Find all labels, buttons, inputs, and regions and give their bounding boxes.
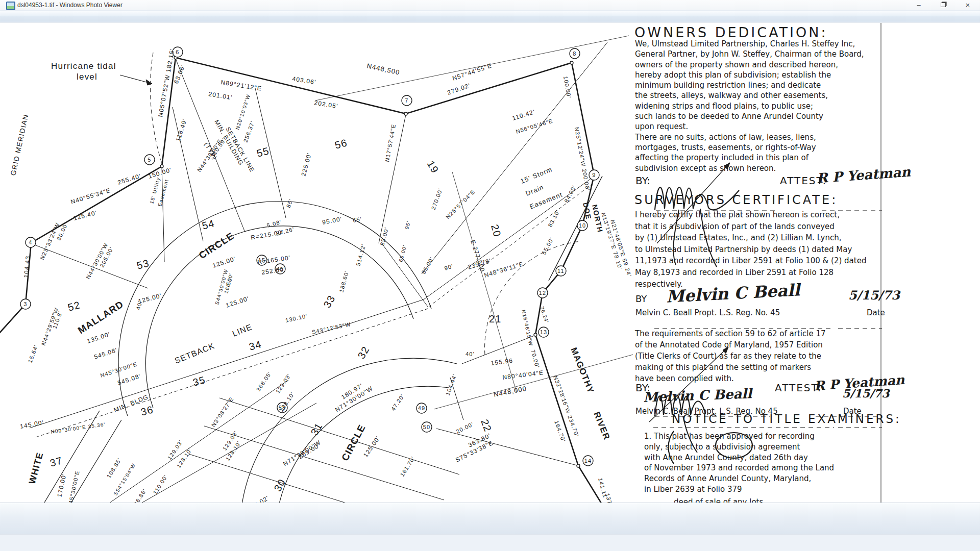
map-label: 237.02' — [246, 494, 271, 503]
restore-button[interactable] — [935, 1, 952, 9]
map-label: N448,500 — [366, 62, 401, 76]
image-canvas: 345678910111213141545495058Hurricane tid… — [0, 22, 980, 503]
map-label: 55.00' — [541, 236, 555, 256]
map-label: 5.08' — [266, 219, 282, 229]
map-label: 104.43 — [22, 255, 32, 278]
map-label: 31 — [308, 421, 324, 437]
map-label: 130.10' — [285, 313, 308, 323]
map-label: 104.44' — [445, 373, 458, 396]
map-label: 100.00' — [562, 76, 572, 99]
map-label: 34 — [248, 338, 263, 353]
map-label: CIRCLE — [339, 422, 368, 463]
map-label: 85.00' — [420, 256, 435, 275]
map-label: 37 — [48, 455, 64, 469]
map-label: 225.00' — [300, 152, 313, 177]
map-label: N3°08'27"E — [210, 396, 235, 428]
by-label-2: BY — [635, 293, 647, 304]
map-label: N25°57'04"E — [445, 188, 476, 220]
map-label: 40' — [465, 351, 475, 357]
map-label: 201.01' — [208, 90, 233, 101]
map-label: 15' Storm — [520, 165, 554, 185]
map-label: 35 — [191, 374, 207, 388]
date-signature-1: 5/15/73 — [848, 288, 900, 303]
map-point-number: 49 — [418, 405, 426, 411]
map-label: 85' — [285, 198, 294, 209]
map-label: 55 — [255, 145, 271, 159]
beall-credential-1: Melvin C. Beall Propt. L.S. Reg. No. 45 — [635, 308, 780, 317]
map-label: 161.70' — [399, 455, 416, 478]
map-label: 84.26' — [275, 226, 295, 237]
taskbar: ♪ ♪ M X W O 2 31°F Mostly cloudy — [0, 534, 980, 551]
map-label: DOE — [581, 202, 593, 220]
owners-dedication-heading: OWNERS DEDICATION: — [634, 24, 828, 40]
map-vertex-dot — [570, 61, 573, 64]
surveyors-certificate-heading: SURVEYORS CERTIFICATE: — [634, 193, 838, 207]
map-label: 368.05' — [255, 370, 273, 392]
map-label: WHITE — [27, 451, 45, 485]
map-label: N25°12'24"W 200.00' — [574, 127, 591, 191]
map-label: S43°12'53"W — [311, 321, 352, 335]
map-label: 145.00' — [19, 419, 44, 430]
map-label: GRID MERIDIAN — [9, 113, 30, 177]
map-label: 95' — [404, 220, 411, 230]
map-label: 545.08' — [117, 372, 142, 387]
map-label: level — [77, 72, 97, 82]
map-label: 188.60' — [338, 270, 350, 293]
map-label: 95.00' — [322, 215, 342, 226]
restore-icon — [941, 3, 946, 7]
map-label: 170.00' — [56, 472, 68, 497]
map-label: 129.03' — [275, 372, 292, 394]
map-line — [36, 309, 428, 437]
map-label: 15.64' — [27, 344, 39, 364]
map-label: N45°30'00"E — [66, 470, 80, 503]
map-label: SETBACK — [174, 341, 216, 365]
map-label: 83.10' — [547, 209, 561, 228]
map-point-number: 12 — [539, 290, 547, 296]
photo-viewer-app-icon — [6, 2, 15, 10]
notice-clipped-line: deed of sale of any lots — [674, 497, 763, 503]
map-point-number: 11 — [557, 268, 565, 274]
map-label: 118.49' — [175, 117, 189, 142]
minimize-button[interactable]: – — [910, 1, 927, 9]
map-label: N80°40'04"E — [502, 369, 544, 381]
notice-text: 1. This plat has been approved for recor… — [644, 431, 889, 495]
map-point-number: 7 — [405, 97, 408, 104]
map-label: 125.00' — [212, 255, 237, 269]
map-point-number: 9 — [592, 172, 596, 178]
map-label: 90' — [444, 263, 454, 271]
map-label: RIVER — [592, 410, 611, 441]
map-point-number: 6 — [176, 49, 179, 55]
map-line — [189, 454, 430, 503]
map-label: N16°46'15"W — [521, 309, 534, 346]
map-line — [0, 58, 617, 503]
map-label: 86.86' — [133, 487, 148, 503]
map-label: 110.42' — [511, 108, 536, 122]
menu-bar: File Print E-mail Burn Open ? — [0, 10, 980, 22]
map-label: MAGOTHY — [569, 346, 596, 394]
map-label: N57°44'55"E — [451, 62, 493, 82]
map-label: 202.05' — [314, 99, 339, 110]
map-line — [173, 107, 203, 241]
map-label: 125.00' — [225, 295, 250, 309]
map-vertex-dot — [160, 165, 163, 168]
map-point-number: 50 — [423, 424, 431, 430]
map-label: 32 — [355, 344, 371, 361]
viewer-toolbar — [0, 503, 980, 534]
map-label: LINE — [231, 322, 254, 338]
map-point-number: 5 — [148, 157, 151, 163]
date-signature-2: 5/15/73 — [842, 387, 890, 400]
map-label: Drain — [525, 183, 545, 197]
map-point-number: 14 — [584, 458, 592, 464]
map-label: N448,000 — [493, 385, 528, 398]
map-label: 22 — [479, 418, 494, 434]
map-label: 40' — [135, 300, 143, 310]
map-label: 21 — [489, 313, 502, 324]
map-label: 256.37' — [242, 120, 256, 143]
map-label: 20.00' — [455, 421, 475, 435]
by-label-1: BY: — [635, 174, 650, 187]
map-label: N89°21'12"E — [220, 79, 262, 92]
map-label: 514.12' — [355, 243, 366, 267]
close-button[interactable]: × — [959, 1, 976, 9]
map-point-number: 8 — [573, 51, 576, 57]
map-label: 545.08' — [93, 346, 118, 361]
